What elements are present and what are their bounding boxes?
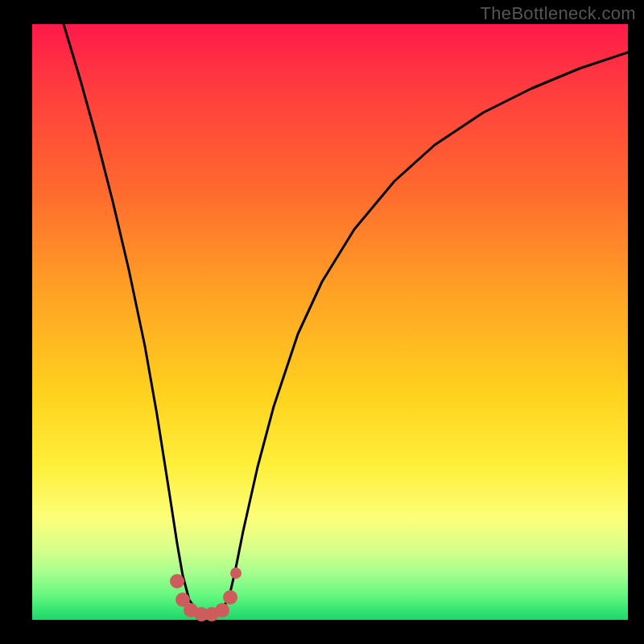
marker-group	[170, 568, 242, 621]
curve-marker	[215, 603, 229, 617]
chart-frame: TheBottleneck.com	[0, 0, 644, 644]
curve-marker	[230, 568, 242, 579]
curve-layer	[32, 24, 628, 620]
curve-marker	[170, 574, 184, 588]
curve-marker	[223, 590, 237, 605]
bottleneck-curve	[64, 24, 628, 616]
plot-area	[32, 24, 628, 620]
watermark-text: TheBottleneck.com	[481, 3, 636, 24]
